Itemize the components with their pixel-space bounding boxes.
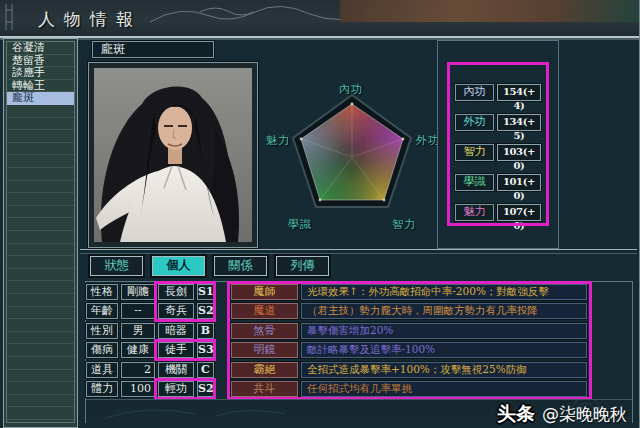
trait-desc-4: 全招式造成暴擊率+100%；攻擊無視25%防御 bbox=[301, 362, 587, 378]
section-divider-light bbox=[80, 249, 637, 250]
sidebar-item-pangban-selected[interactable]: 龐斑 bbox=[7, 92, 74, 105]
stat-label-neigong: 內功 bbox=[455, 84, 494, 101]
watermark-author: @柒晚晚秋 bbox=[542, 403, 627, 426]
weapon-label-hidden: 暗器 bbox=[158, 323, 194, 339]
trait-desc-3: 敵計略暴擊及追擊率-100% bbox=[301, 342, 587, 358]
trait-desc-5: 任何招式均有几率單挑 bbox=[301, 381, 587, 397]
stat-label-zhili: 智力 bbox=[455, 144, 494, 161]
radar-label-zhili: 智力 bbox=[392, 217, 416, 232]
radar-label-meili: 魅力 bbox=[266, 133, 290, 148]
stat-label-waigong: 外功 bbox=[455, 114, 494, 131]
attr-value-stamina: 100 bbox=[121, 381, 155, 397]
character-list: 谷凝清 楚留香 談應手 轉輪王 龐斑 bbox=[3, 38, 78, 428]
stat-label-meili: 魅力 bbox=[455, 204, 494, 221]
watermark-brand: 头条 bbox=[497, 401, 535, 427]
attr-label-gender: 性別 bbox=[86, 323, 118, 339]
stat-value-xueshi: 101(+ 0) bbox=[497, 174, 541, 191]
trait-name-1: 魔道 bbox=[231, 303, 298, 319]
attr-value-gender: 男 bbox=[121, 323, 155, 339]
header-texture bbox=[340, 0, 640, 22]
window-title: 人物情報 bbox=[38, 8, 142, 31]
weapon-grade-hidden: B bbox=[197, 323, 214, 339]
attr-value-age: -- bbox=[121, 303, 155, 319]
tab-personal[interactable]: 個人 bbox=[152, 256, 205, 276]
sidebar-item-tanyingshou[interactable]: 談應手 bbox=[7, 67, 74, 80]
attr-label-injury: 傷病 bbox=[86, 342, 118, 358]
radar-label-neigong: 內功 bbox=[339, 82, 363, 97]
attr-label-stamina: 體力 bbox=[86, 381, 118, 397]
section-divider-dark bbox=[80, 253, 637, 254]
trait-name-4: 霸絕 bbox=[231, 362, 298, 378]
trait-name-2: 煞骨 bbox=[231, 323, 298, 339]
attr-value-injury: 健康 bbox=[121, 342, 155, 358]
character-name-box: 龐斑 bbox=[92, 41, 214, 58]
stat-value-zhili: 103(+ 0) bbox=[497, 144, 541, 161]
watermark: 头条 @柒晚晚秋 bbox=[497, 401, 627, 427]
radar-label-xueshi: 學識 bbox=[288, 217, 312, 232]
tab-relations[interactable]: 關係 bbox=[214, 256, 267, 276]
attr-value-personality: 剛膽 bbox=[121, 284, 155, 300]
stat-value-waigong: 134(+ 5) bbox=[497, 114, 541, 131]
weapon-label-mechanism: 機關 bbox=[158, 362, 194, 378]
attr-label-age: 年齡 bbox=[86, 303, 118, 319]
stat-value-neigong: 154(+ 4) bbox=[497, 84, 541, 101]
weapon-grade-mechanism: C bbox=[197, 362, 214, 378]
trait-name-3: 明鏡 bbox=[231, 342, 298, 358]
attr-label-items: 道具 bbox=[86, 362, 118, 378]
trait-desc-0: 光環效果↑：外功高敵招命中率-200%；對敵強反擊 bbox=[301, 284, 587, 300]
trait-name-0: 魔師 bbox=[231, 284, 298, 300]
trait-desc-2: 暴擊傷害增加20% bbox=[301, 323, 587, 339]
weapon-grade-lightness: S2 bbox=[197, 381, 214, 397]
attr-label-personality: 性格 bbox=[86, 284, 118, 300]
character-info-window: 人物情報 谷凝清 楚留香 談應手 轉輪王 龐斑 龐斑 bbox=[0, 0, 640, 428]
character-portrait bbox=[94, 68, 252, 242]
character-list-inner: 谷凝清 楚留香 談應手 轉輪王 龐斑 bbox=[6, 41, 75, 423]
sidebar-item-guningqing[interactable]: 谷凝清 bbox=[7, 42, 74, 55]
tab-status[interactable]: 狀態 bbox=[90, 256, 143, 276]
trait-name-5: 共斗 bbox=[231, 381, 298, 397]
title-bar: 人物情報 bbox=[0, 0, 640, 38]
weapon-grade-unarmed: S3 bbox=[197, 342, 214, 358]
weapon-grade-sword: S1 bbox=[197, 284, 214, 300]
stat-label-xueshi: 學識 bbox=[455, 174, 494, 191]
weapon-label-sword: 長劍 bbox=[158, 284, 194, 300]
weapon-label-unarmed: 徒手 bbox=[158, 342, 194, 358]
weapon-label-oddarms: 奇兵 bbox=[158, 303, 194, 319]
weapon-grade-oddarms: S2 bbox=[197, 303, 214, 319]
stat-value-meili: 107(+ 0) bbox=[497, 204, 541, 221]
weapon-label-lightness: 輕功 bbox=[158, 381, 194, 397]
portrait-frame bbox=[88, 62, 258, 248]
stat-radar-chart bbox=[270, 78, 435, 230]
tab-biography[interactable]: 列傳 bbox=[276, 256, 329, 276]
trait-desc-1: （君主技）勢力龐大時，周圍敵方勢力有几率投降 bbox=[301, 303, 587, 319]
attr-value-items: 2 bbox=[121, 362, 155, 378]
